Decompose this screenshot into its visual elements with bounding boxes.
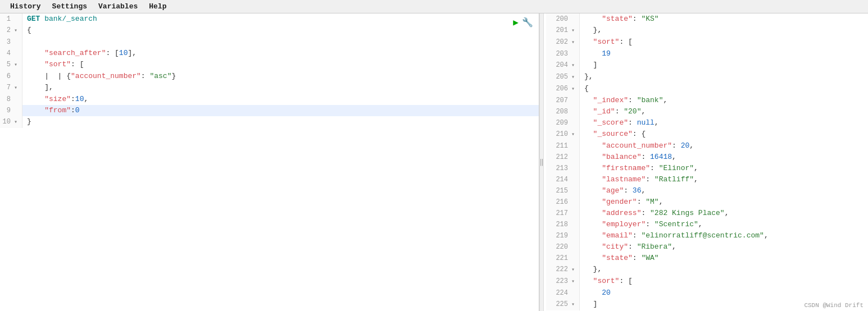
result-line: 209 "_score": null, <box>546 117 868 129</box>
token: "balance" <box>602 153 641 161</box>
token: "sort" <box>593 277 620 285</box>
token: "firstname" <box>602 164 650 172</box>
line-content: "from":0 <box>22 105 539 116</box>
result-fold-arrow-icon: ▾ <box>568 299 575 310</box>
result-line-number: 224 <box>546 287 580 299</box>
watermark: CSDN @Wind Drift <box>804 302 864 309</box>
result-line-content: { <box>580 83 589 95</box>
result-line-content: "_index": "bank", <box>580 95 667 106</box>
result-line-number: 208 <box>546 106 580 117</box>
result-line-number[interactable]: 223▾ <box>546 276 580 287</box>
result-line-number: 217 <box>546 208 580 219</box>
result-line-content: "sort": [ <box>580 36 633 48</box>
token: "employer" <box>602 220 646 228</box>
token: 0 <box>75 106 80 115</box>
token <box>584 118 593 127</box>
menu-settings[interactable]: Settings <box>47 1 93 12</box>
token: "_source" <box>593 130 633 138</box>
token: 36 <box>633 186 642 195</box>
result-fold-arrow-icon: ▾ <box>568 84 575 95</box>
token: : <box>624 186 633 195</box>
fold-arrow-icon: ▾ <box>11 25 17 36</box>
result-line-number[interactable]: 202▾ <box>546 36 580 48</box>
results-panel: 200 "state": "KS"201▾ },202▾ "sort": [20… <box>544 13 868 311</box>
result-line-content: "age": 36, <box>580 185 646 196</box>
result-line-number[interactable]: 206▾ <box>546 83 580 95</box>
token: "WA" <box>641 254 658 262</box>
editor-line: 5▾ "sort": [ <box>0 59 539 71</box>
result-line-number[interactable]: 210▾ <box>546 129 580 140</box>
editor-line: 1GET bank/_search <box>0 13 539 25</box>
token: 19 <box>602 49 611 58</box>
token: GET <box>27 15 40 23</box>
line-number[interactable]: 5▾ <box>0 59 22 71</box>
token: 10 <box>119 49 128 57</box>
result-line: 208 "_id": "20", <box>546 106 868 117</box>
menu-history[interactable]: History <box>4 1 47 12</box>
result-line: 211 "account_number": 20, <box>546 140 868 152</box>
result-line: 223▾ "sort": [ <box>546 276 868 287</box>
result-line-content: "state": "KS" <box>580 13 659 25</box>
token: : <box>637 198 646 206</box>
result-line: 220 "city": "Ribera", <box>546 241 868 253</box>
line-content: ], <box>22 82 539 94</box>
result-line-number[interactable]: 204▾ <box>546 60 580 71</box>
token: : [ <box>71 60 84 68</box>
result-line-number[interactable]: 222▾ <box>546 264 580 276</box>
token: bank/_search <box>44 15 97 23</box>
code-lines: 1GET bank/_search2▾{34 "search_after": [… <box>0 13 539 128</box>
wrench-icon[interactable]: 🔧 <box>522 17 533 28</box>
result-line-content: "firstname": "Elinor", <box>580 163 698 174</box>
line-number: 6 <box>0 71 22 82</box>
menu-variables[interactable]: Variables <box>93 1 143 12</box>
token: "address" <box>602 209 641 217</box>
token: }, <box>584 265 602 273</box>
menu-bar: History Settings Variables Help <box>0 0 868 13</box>
token <box>584 209 602 217</box>
run-icon[interactable]: ▶ <box>513 17 519 28</box>
menu-help[interactable]: Help <box>143 1 172 12</box>
token: 10 <box>75 95 84 103</box>
token: { <box>66 72 71 80</box>
token: , <box>694 164 698 172</box>
result-line-content: ] <box>580 299 597 310</box>
token: "282 Kings Place" <box>650 209 725 217</box>
token: : [ <box>619 277 632 285</box>
result-line-number: 203 <box>546 48 580 60</box>
token <box>584 49 602 58</box>
line-content: "search_after": [10], <box>22 48 539 59</box>
token: "Ratliff" <box>655 175 694 184</box>
result-fold-arrow-icon: ▾ <box>568 25 575 36</box>
result-line-number[interactable]: 201▾ <box>546 25 580 36</box>
token: "Ribera" <box>637 243 672 251</box>
line-number[interactable]: 2▾ <box>0 25 22 36</box>
token: : <box>633 231 642 240</box>
token: "elinorratliff@scentric.com" <box>641 231 764 240</box>
token <box>27 60 44 68</box>
token: , <box>655 118 659 127</box>
line-number[interactable]: 7▾ <box>0 82 22 94</box>
token: "age" <box>602 186 624 195</box>
token: : <box>641 209 650 217</box>
result-line-number: 218 <box>546 219 580 230</box>
result-line-number[interactable]: 225▾ <box>546 299 580 310</box>
result-line-number: 212 <box>546 152 580 163</box>
line-number[interactable]: 10▾ <box>0 116 22 128</box>
result-fold-arrow-icon: ▾ <box>568 60 575 71</box>
token: ], <box>128 49 137 57</box>
result-line-content: "_source": { <box>580 129 646 140</box>
result-line-number[interactable]: 205▾ <box>546 71 580 83</box>
token: 16418 <box>650 153 672 161</box>
token <box>584 130 593 138</box>
token: , <box>698 220 703 228</box>
line-number: 4 <box>0 48 22 59</box>
result-line-content: "employer": "Scentric", <box>580 219 703 230</box>
token: , <box>694 175 698 184</box>
result-line: 224 20 <box>546 287 868 299</box>
panel-divider[interactable]: ‖ <box>539 13 544 311</box>
result-line-number: 215 <box>546 185 580 196</box>
token: "account_number" <box>71 72 141 80</box>
token: "M" <box>646 198 658 206</box>
result-fold-arrow-icon: ▾ <box>568 37 575 48</box>
token: "state" <box>602 254 633 262</box>
